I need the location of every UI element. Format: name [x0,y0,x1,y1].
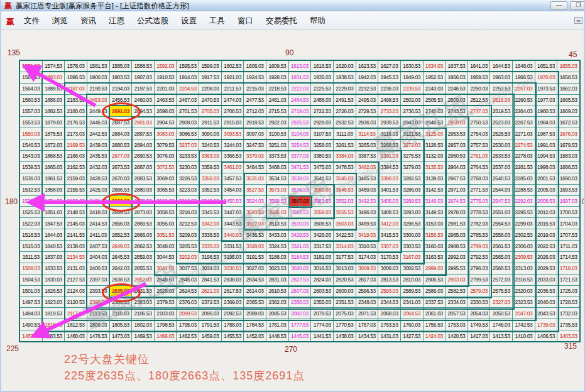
grid-cell: 3513.53 [266,218,288,229]
grid-cell: 3303.53 [401,241,423,251]
grid-cell: 2495.03 [356,95,378,106]
grid-cell: 3317.53 [311,241,333,251]
grid-cell: 2264.03 [513,106,535,117]
grid-cell: 3058.53 [155,207,177,217]
grid-cell: 1977.03 [535,95,557,106]
menu-item-3[interactable]: 资讯 [74,16,102,26]
grid-cell: 2677.03 [110,151,132,161]
grid-cell: 2806.53 [424,275,446,285]
grid-cell: 2684.03 [110,128,132,139]
grid-cell: 3027.03 [244,263,266,274]
grid-cell: 1725.03 [557,286,579,297]
grid-cell: 2691.03 [110,106,132,117]
grid-cell: 1826.53 [43,286,65,297]
grid-cell: 1427.53 [401,330,423,341]
grid-cell: 3387.53 [356,151,378,161]
menu-item-5[interactable]: 公式选股 [131,16,175,26]
grid-cell: 1581.53 [87,61,109,72]
grid-cell: 3237.03 [177,139,199,150]
grid-cell: 1469.53 [132,330,154,341]
grid-cell: 2397.03 [87,275,109,285]
grid-cell: 2110.03 [110,308,132,318]
grid-cell: 1756.53 [424,319,446,330]
grid-cell: 2764.53 [468,162,490,173]
grid-cell: 3195.03 [222,252,244,263]
grid-cell: 3471.53 [289,162,311,173]
grid-cell: 2698.03 [155,106,177,117]
grid-cell: 3415.53 [378,229,400,240]
grid-cell: 1879.03 [43,117,65,128]
grid-cell: 3069.03 [155,173,177,184]
grid-cell: 1746.03 [490,319,512,330]
grid-cell: 2575.53 [490,286,512,297]
grid-cell: 2663.03 [110,196,132,207]
maximize-button[interactable]: ❐ [570,1,585,10]
grid-cell: 2344.53 [378,297,400,307]
grid-cell: 2708.53 [222,106,244,117]
grid-cell: 3412.03 [378,218,400,229]
grid-cell: 2740.03 [424,106,446,117]
grid-cell: 3048.03 [155,241,177,251]
grid-cell: 1966.53 [513,72,535,83]
grid-cell: 2306.03 [513,241,535,251]
menu-item-7[interactable]: 工具 [203,16,231,26]
grid-cell: 1847.53 [43,218,65,229]
grid-cell: 2383.03 [132,297,154,307]
grid-cell: 2075.03 [334,308,356,318]
grid-cell: 2621.03 [199,286,221,297]
grid-cell: 1606.03 [244,61,266,72]
grid-cell: 1637.53 [446,61,467,72]
grid-cell: 3566.03 [266,207,288,217]
grid-cell: 2183.53 [65,95,87,106]
grid-cell: 1627.03 [378,61,400,72]
grid-cell: 2943.03 [401,117,423,128]
grid-cell: 2348.03 [356,297,378,307]
grid-cell: 1980.53 [535,106,557,117]
grid-cell: 3128.53 [424,139,446,150]
grid-cell: 2558.03 [490,229,512,240]
grid-cell: 2757.53 [468,139,490,150]
menu-item-9[interactable]: 交易委托 [260,16,303,26]
grid-cell: 3384.03 [334,151,356,161]
grid-cell: 2229.03 [334,84,356,94]
grid-cell: 1697.03 [557,196,579,207]
menu-item-8[interactable]: 窗口 [231,16,260,26]
grid-cell: 2967.53 [446,173,467,184]
grid-cell: 3363.03 [199,151,221,161]
grid-cell: 3489.03 [356,185,378,195]
grid-cell: 2253.53 [490,84,512,94]
grid-cell: 3051.53 [155,229,177,240]
grid-cell: 3125.03 [424,128,446,139]
mdi-restore-icon[interactable]: ▭ [574,17,582,24]
grid-cell: 3328.03 [244,241,266,251]
grid-cell: 1683.03 [557,151,579,161]
grid-cell: 3524.03 [244,196,266,207]
grid-cell: 1424.03 [424,330,446,341]
grid-cell: 2866.03 [132,229,154,240]
menu-item-10[interactable]: 帮助 [303,16,332,26]
grid-cell: 1900.03 [87,72,109,83]
grid-cell: 2404.03 [87,252,109,263]
menu-item-1[interactable]: 文件 [18,16,46,26]
grid-cell: 1809.03 [87,319,109,330]
grid-cell: 2533.53 [490,151,512,161]
grid-cell: 1462.53 [177,330,199,341]
menu-item-4[interactable]: 江恩 [102,16,131,26]
grid-cell: 1574.53 [43,61,65,72]
grid-cell: 3177.53 [334,252,356,263]
grid-cell: 2428.53 [87,173,109,184]
grid-cell: 1553.53 [20,117,42,128]
grid-cell: 3492.53 [356,196,378,207]
grid-cell: 2467.03 [177,95,199,106]
grid-cell: 1770.53 [334,319,356,330]
grid-cell: 2453.03 [87,95,109,106]
grid-cell: 3335.03 [199,241,221,251]
grid-cell: 1501.03 [20,286,42,297]
minimize-button[interactable]: — [550,1,567,10]
grid-cell: 2694.53 [132,106,154,117]
menu-item-2[interactable]: 浏览 [46,16,74,26]
grid-cell: 2981.53 [446,218,467,229]
menu-item-6[interactable]: 设置 [175,16,203,26]
grid-cell: 1515.03 [20,241,42,251]
grid-cell: 2089.03 [244,308,266,318]
